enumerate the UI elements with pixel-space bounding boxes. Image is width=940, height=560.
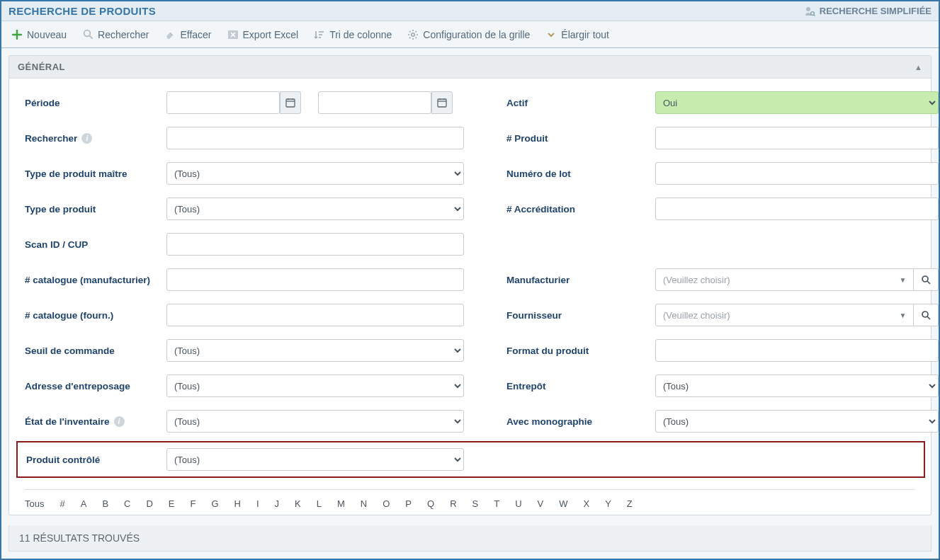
excel-icon [227,29,239,40]
alpha-filter-h[interactable]: H [234,498,241,509]
alpha-filter-z[interactable]: Z [627,498,633,509]
alpha-filter-d[interactable]: D [146,498,152,509]
alpha-filter-s[interactable]: S [472,498,479,509]
alpha-filter-#[interactable]: # [60,498,64,509]
actif-label: Actif [506,98,655,108]
alpha-filter-bar: Tous#ABCDEFGHIJKLMNOPQRSTUVWXYZ [25,489,915,509]
collapse-icon: ▲ [914,63,922,72]
alpha-filter-f[interactable]: F [191,498,196,509]
svg-point-0 [806,7,810,11]
svg-point-6 [412,33,414,35]
alpha-filter-l[interactable]: L [317,498,322,509]
alpha-filter-v[interactable]: V [538,498,544,509]
type-produit-select[interactable]: (Tous) [166,198,464,220]
scan-id-label: Scan ID / CUP [25,239,166,250]
periode-to-input[interactable] [318,91,431,114]
alpha-filter-y[interactable]: Y [605,498,611,509]
elargir-tout-button[interactable]: Élargir tout [545,29,609,40]
alpha-filter-w[interactable]: W [559,498,567,509]
fournisseur-combo[interactable]: (Veuillez choisir)▼ [655,304,914,326]
calendar-icon[interactable] [280,91,301,114]
simple-search-label: RECHERCHE SIMPLIFIÉE [820,6,931,16]
etat-inventaire-label: État de l'inventairei [25,416,166,427]
avec-mono-label: Avec monographie [506,416,655,427]
periode-from-input[interactable] [166,91,280,114]
avec-mono-select[interactable]: (Tous) [655,410,939,433]
produit-controle-row: Produit contrôlé (Tous) [16,441,925,478]
alpha-filter-j[interactable]: J [275,498,280,509]
fournisseur-search-button[interactable] [914,304,939,326]
user-search-icon [804,6,815,17]
caret-down-icon: ▼ [899,276,906,284]
manufacturier-search-button[interactable] [914,268,939,291]
manufacturier-label: Manufacturier [506,275,655,285]
rechercher-label: Rechercher [98,29,149,40]
type-produit-label: Type de produit [25,204,166,215]
general-panel: GÉNÉRAL ▲ Période [9,55,931,515]
alpha-filter-e[interactable]: E [169,498,175,509]
nouveau-button[interactable]: Nouveau [11,29,67,40]
results-count: 11 RÉSULTATS TROUVÉS [9,525,931,552]
panel-header[interactable]: GÉNÉRAL ▲ [9,56,931,79]
catalogue-fourn-label: # catalogue (fourn.) [25,310,166,321]
nouveau-label: Nouveau [27,29,67,40]
num-lot-input[interactable] [655,162,939,185]
alpha-filter-i[interactable]: I [256,498,259,509]
alpha-filter-x[interactable]: X [584,498,590,509]
type-maitre-label: Type de produit maître [25,168,166,179]
catalogue-fourn-input[interactable] [166,304,464,326]
alpha-filter-m[interactable]: M [337,498,345,509]
elargir-tout-label: Élargir tout [561,29,609,40]
format-produit-input[interactable] [655,339,939,362]
alpha-filter-p[interactable]: P [405,498,412,509]
scan-id-input[interactable] [166,233,464,256]
alpha-filter-k[interactable]: K [295,498,301,509]
chevron-down-icon [545,29,557,40]
alpha-filter-b[interactable]: B [102,498,108,509]
title-bar: RECHERCHE DE PRODUITS RECHERCHE SIMPLIFI… [1,1,939,21]
adresse-entrep-label: Adresse d'entreposage [25,381,166,392]
rechercher-input[interactable] [166,127,464,149]
alpha-filter-a[interactable]: A [81,498,87,509]
rechercher-button[interactable]: Rechercher [82,29,149,40]
alpha-filter-c[interactable]: C [124,498,130,509]
simple-search-link[interactable]: RECHERCHE SIMPLIFIÉE [804,6,931,17]
actif-select[interactable]: Oui [655,91,939,114]
alpha-filter-t[interactable]: T [494,498,499,509]
search-icon [82,29,94,40]
alpha-filter-o[interactable]: O [383,498,390,509]
alpha-filter-r[interactable]: R [450,498,456,509]
export-excel-button[interactable]: Export Excel [227,29,299,40]
rechercher-label: Rechercheri [25,133,166,144]
panel-title: GÉNÉRAL [18,62,65,72]
produit-controle-label: Produit contrôlé [25,455,166,465]
alpha-filter-n[interactable]: N [361,498,367,509]
num-produit-input[interactable] [655,127,939,149]
num-accred-input[interactable] [655,198,939,220]
alpha-filter-u[interactable]: U [515,498,521,509]
info-icon: i [81,133,92,144]
alpha-filter-g[interactable]: G [211,498,218,509]
alpha-filter-q[interactable]: Q [427,498,434,509]
alpha-filter-tous[interactable]: Tous [25,498,44,509]
tri-colonne-button[interactable]: Tri de colonne [314,29,392,40]
format-produit-label: Format du produit [506,345,655,356]
etat-inventaire-select[interactable]: (Tous) [166,410,464,433]
config-grille-button[interactable]: Configuration de la grille [407,29,530,40]
svg-line-2 [814,14,815,16]
num-produit-label: # Produit [506,133,655,144]
catalogue-manuf-input[interactable] [166,268,464,291]
export-excel-label: Export Excel [243,29,299,40]
adresse-entrep-select[interactable]: (Tous) [166,375,464,397]
type-maitre-select[interactable]: (Tous) [166,162,464,185]
manufacturier-combo[interactable]: (Veuillez choisir)▼ [655,268,914,291]
periode-label: Période [25,98,166,108]
calendar-icon[interactable] [431,91,453,114]
produit-controle-select[interactable]: (Tous) [166,448,464,471]
effacer-button[interactable]: Effacer [164,29,211,40]
config-grille-label: Configuration de la grille [423,29,530,40]
entrepot-select[interactable]: (Tous) [655,375,939,397]
tri-colonne-label: Tri de colonne [329,29,392,40]
caret-down-icon: ▼ [899,312,906,319]
seuil-commande-select[interactable]: (Tous) [166,339,464,362]
